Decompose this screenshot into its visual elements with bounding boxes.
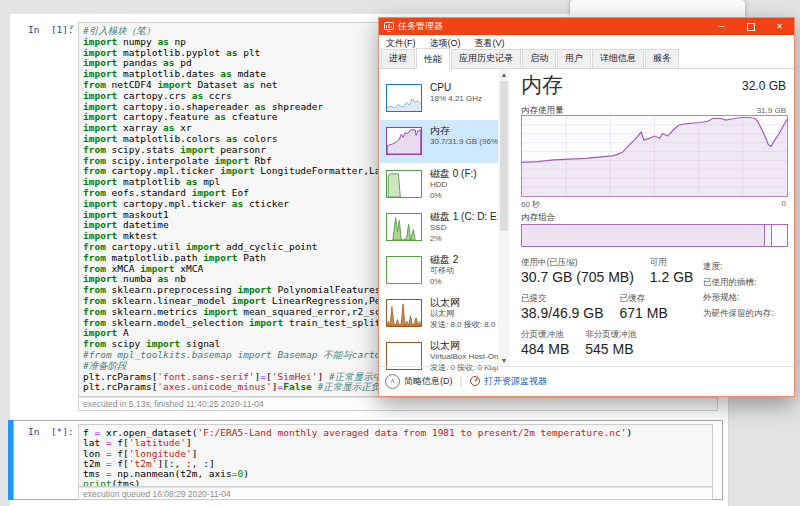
sidebar-item-disk1[interactable]: 磁盘 1 (C: D: E:)SSD2% <box>380 206 498 249</box>
stat-label: 分页缓冲池 <box>521 329 569 340</box>
open-resource-monitor-link[interactable]: 打开资源监视器 <box>484 375 547 388</box>
stats-row: 分页缓冲池484 MB非分页缓冲池545 MB <box>521 329 701 358</box>
sidebar-item-cpu[interactable]: CPU18% 4.21 GHz <box>380 77 498 120</box>
memory-usage-graph[interactable] <box>521 115 788 197</box>
tab-性能[interactable]: 性能 <box>416 48 450 69</box>
sidebar-item-title: CPU <box>430 81 498 94</box>
sidebar-item-text: 磁盘 0 (F:)HDD0% <box>430 167 498 201</box>
tab-应用历史记录[interactable]: 应用历史记录 <box>451 49 521 68</box>
cell2-prompt: In [*]: <box>28 426 74 437</box>
x-axis-left-label: 60 秒 <box>521 199 540 210</box>
stat-label: 非分页缓冲池 <box>585 329 636 340</box>
background-window-edge <box>570 0 745 17</box>
tab-服务[interactable]: 服务 <box>645 49 679 68</box>
sidebar-item-title: 磁盘 2 <box>430 253 498 266</box>
window-title: 任务管理器 <box>398 20 443 33</box>
title-bar[interactable]: 任务管理器 ─ ✕ <box>379 18 794 35</box>
tab-详细信息[interactable]: 详细信息 <box>592 49 644 68</box>
sidebar-item-title: 内存 <box>430 124 498 137</box>
scrollbar-thumb[interactable] <box>500 81 508 231</box>
stat-label: 已提交 <box>521 293 604 304</box>
sidebar-item-sub: 18% 4.21 GHz <box>430 94 498 105</box>
sidebar-item-title: 以太网 <box>430 296 498 309</box>
composition-segment-free <box>771 225 787 246</box>
maximize-button[interactable] <box>736 18 765 35</box>
composition-segment-modified <box>764 225 771 246</box>
stats-row: 已提交38.9/46.9 GB已缓存671 MB <box>521 293 701 322</box>
sidebar-item-text: CPU18% 4.21 GHz <box>430 81 498 105</box>
memory-stats: 使用中(已压缩)30.7 GB (705 MB)可用1.2 GB已提交38.9/… <box>521 257 701 365</box>
fewer-details-button[interactable]: 简略信息(D) <box>404 375 453 388</box>
composition-segment-in-use <box>522 225 764 246</box>
sidebar-item-text: 以太网以太网发送: 8.0 接收: 8.0 K <box>430 296 498 330</box>
sidebar-item-sub: 0% <box>430 277 498 288</box>
sidebar-item-sub: 0% <box>430 191 498 202</box>
sidebar-item-sub: 30.7/31.9 GB (96%) <box>430 137 498 148</box>
disk0-sparkline <box>386 170 422 198</box>
info-label: 速度: <box>703 259 798 275</box>
stat-label: 可用 <box>650 257 694 268</box>
sidebar-item-sub: 2% <box>430 234 498 245</box>
sidebar-item-text: 磁盘 2可移动0% <box>430 253 498 287</box>
sidebar-item-sub: 以太网 <box>430 309 498 320</box>
sidebar-item-sub: SSD <box>430 223 498 234</box>
sidebar-item-memory[interactable]: 内存30.7/31.9 GB (96%) <box>380 120 498 163</box>
sidebar-item-disk0[interactable]: 磁盘 0 (F:)HDD0% <box>380 163 498 206</box>
sidebar-item-eth1[interactable]: 以太网以太网发送: 8.0 接收: 8.0 K <box>380 292 498 335</box>
stat-value: 30.7 GB (705 MB) <box>521 268 634 286</box>
stat-value: 38.9/46.9 GB <box>521 304 604 322</box>
menu-item[interactable]: 查看(V) <box>468 37 512 50</box>
sidebar-item-text: 磁盘 1 (C: D: E:)SSD2% <box>430 210 498 244</box>
scroll-up-icon[interactable]: ▲ <box>498 71 510 78</box>
stat-value: 671 MB <box>620 304 668 322</box>
stat-label: 已缓存 <box>620 293 668 304</box>
stat-使用中(已压缩): 使用中(已压缩)30.7 GB (705 MB) <box>521 257 634 286</box>
cell2-code-input[interactable]: f = xr.open_dataset('F:/ERA5-Land monthl… <box>78 424 713 487</box>
memory-composition-bar[interactable] <box>521 224 788 247</box>
minimize-button[interactable]: ─ <box>707 18 736 35</box>
resource-monitor-icon <box>469 375 481 387</box>
stat-分页缓冲池: 分页缓冲池484 MB <box>521 329 569 358</box>
cpu-sparkline <box>386 84 422 112</box>
sidebar-item-disk2[interactable]: 磁盘 2可移动0% <box>380 249 498 292</box>
code-fold-icon[interactable]: ▾ <box>70 23 74 31</box>
tab-启动[interactable]: 启动 <box>522 49 556 68</box>
stat-已缓存: 已缓存671 MB <box>620 293 668 322</box>
fewer-details-icon: ∧ <box>385 374 400 389</box>
stat-非分页缓冲池: 非分页缓冲池545 MB <box>585 329 636 358</box>
stat-已提交: 已提交38.9/46.9 GB <box>521 293 604 322</box>
cell2-execute-time: execution queued 16:08:29 2020-11-04 <box>78 487 713 500</box>
info-label: 为硬件保留的内存: <box>703 306 798 322</box>
code-line: print(tms) <box>83 479 712 487</box>
cell1-prompt: In [1]: <box>28 24 74 35</box>
memory-sparkline <box>386 127 422 155</box>
stat-可用: 可用1.2 GB <box>650 257 694 286</box>
status-bar: ∧ 简略信息(D) | 打开资源监视器 <box>379 366 794 395</box>
sidebar-item-sub: HDD <box>430 180 498 191</box>
tab-进程[interactable]: 进程 <box>381 49 415 68</box>
sidebar-item-title: 磁盘 0 (F:) <box>430 167 498 180</box>
disk2-sparkline <box>386 256 422 284</box>
sidebar-scrollbar[interactable]: ▲ ▼ <box>498 69 510 366</box>
maximize-icon <box>747 23 755 31</box>
stat-label: 使用中(已压缩) <box>521 257 634 268</box>
tab-用户[interactable]: 用户 <box>557 49 591 68</box>
scroll-down-icon[interactable]: ▼ <box>498 357 510 364</box>
task-manager-icon <box>384 22 394 32</box>
memory-detail-panel: 内存 32.0 GB 内存使用量 31.9 GB 60 秒 0 内存组合 使用中… <box>516 69 794 366</box>
sidebar-item-sub: 发送: 8.0 接收: 8.0 K <box>430 320 498 331</box>
stats-row: 使用中(已压缩)30.7 GB (705 MB)可用1.2 GB <box>521 257 701 286</box>
info-label: 外形规格: <box>703 290 798 306</box>
info-label: 已使用的插槽: <box>703 275 798 291</box>
stat-value: 1.2 GB <box>650 268 694 286</box>
sidebar-item-sub: VirtualBox Host-On <box>430 352 498 363</box>
graph-max-label: 31.9 GB <box>757 106 786 115</box>
task-manager-window: 任务管理器 ─ ✕ 文件(F)选项(O)查看(V) 进程性能应用历史记录启动用户… <box>378 17 795 397</box>
eth1-sparkline <box>386 299 422 327</box>
hardware-info-labels: 速度:已使用的插槽:外形规格:为硬件保留的内存: <box>703 259 798 321</box>
close-button[interactable]: ✕ <box>765 18 794 35</box>
code-line: tms = np.nanmean(t2m, axis=0) <box>83 469 712 479</box>
memory-composition-label: 内存组合 <box>521 212 555 224</box>
sidebar-item-sub: 可移动 <box>430 266 498 277</box>
disk1-sparkline <box>386 213 422 241</box>
